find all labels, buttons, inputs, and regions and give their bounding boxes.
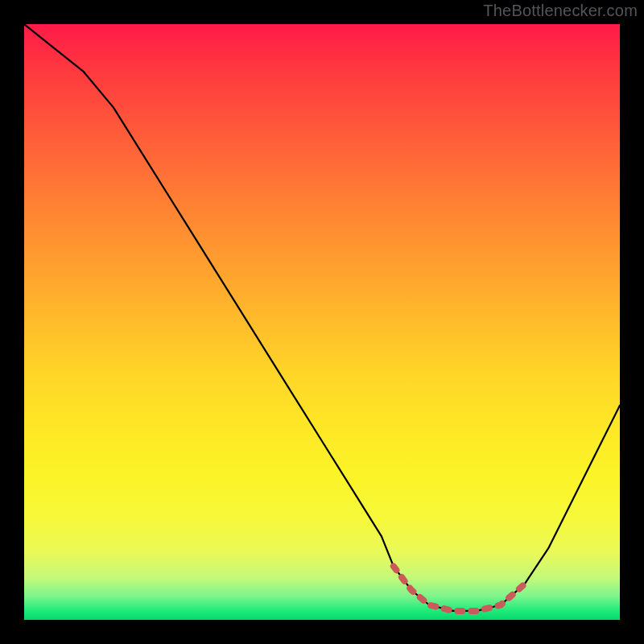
chart-container: TheBottlenecker.com xyxy=(0,0,644,644)
attribution-text: TheBottlenecker.com xyxy=(483,2,638,20)
chart-plot-area xyxy=(24,24,620,620)
chart-svg xyxy=(24,24,620,620)
valley-marker-dots xyxy=(394,566,525,611)
main-curve-line xyxy=(24,24,620,611)
